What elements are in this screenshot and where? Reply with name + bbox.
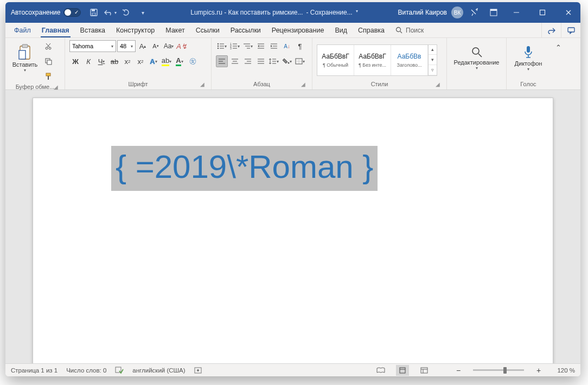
tab-home[interactable]: Главная xyxy=(36,23,75,37)
search-box[interactable]: Поиск xyxy=(390,23,429,37)
group-styles: АаБбВвГ ¶ Обычный АаБбВвГ ¶ Без инте... … xyxy=(312,38,447,89)
user-name[interactable]: Виталий Каиров xyxy=(398,9,447,16)
editing-button[interactable]: Редактирование ▾ xyxy=(451,40,502,76)
macro-button[interactable] xyxy=(194,367,202,374)
group-clipboard: Вставить ▾ Буфер обме...◢ xyxy=(5,38,65,89)
font-name-combo[interactable]: Tahoma▾ xyxy=(69,40,116,52)
bullets-button[interactable]: ▾ xyxy=(216,40,228,52)
maximize-button[interactable] xyxy=(531,2,554,23)
svg-rect-6 xyxy=(540,10,545,15)
styles-launcher[interactable]: ◢ xyxy=(436,81,440,87)
tab-layout[interactable]: Макет xyxy=(160,23,190,37)
save-status: - Сохранение... xyxy=(306,9,352,16)
style-heading1[interactable]: АаБбВв Заголово... xyxy=(391,45,428,75)
ribbon-display-button[interactable] xyxy=(485,2,502,23)
share-button[interactable] xyxy=(541,23,561,37)
font-color-button[interactable]: A▾ xyxy=(174,55,186,67)
word-count[interactable]: Число слов: 0 xyxy=(66,367,106,374)
align-left-button[interactable] xyxy=(216,55,228,67)
document-page[interactable]: { =2019\*Roman } xyxy=(33,98,553,363)
highlight-button[interactable]: ab▾ xyxy=(161,55,172,67)
style-nospacing[interactable]: АаБбВвГ ¶ Без инте... xyxy=(354,45,391,75)
font-size-combo[interactable]: 48▾ xyxy=(117,40,136,52)
redo-button[interactable] xyxy=(119,5,134,20)
comments-button[interactable] xyxy=(561,23,580,37)
autosave-toggle[interactable]: ✓ xyxy=(63,8,81,17)
font-launcher[interactable]: ◢ xyxy=(200,81,204,87)
grow-font-button[interactable]: A▴ xyxy=(137,40,149,52)
microphone-icon xyxy=(523,45,534,59)
gallery-more[interactable]: ▿ xyxy=(429,65,437,75)
paragraph-launcher[interactable]: ◢ xyxy=(301,81,305,87)
decrease-indent-button[interactable] xyxy=(255,40,267,52)
dictate-button[interactable]: Диктофон ▾ xyxy=(513,40,544,76)
print-layout-button[interactable] xyxy=(396,365,409,376)
show-marks-button[interactable]: ¶ xyxy=(294,40,306,52)
minimize-button[interactable] xyxy=(504,2,528,23)
enclose-button[interactable]: ㊛ xyxy=(187,55,199,67)
save-button[interactable] xyxy=(86,5,101,20)
bold-button[interactable]: Ж xyxy=(69,55,81,67)
avatar[interactable]: ВК xyxy=(451,7,463,18)
superscript-button[interactable]: x2 xyxy=(135,55,146,67)
line-spacing-button[interactable]: ▾ xyxy=(268,55,280,67)
style-normal[interactable]: АаБбВвГ ¶ Обычный xyxy=(317,45,354,75)
zoom-level[interactable]: 120 % xyxy=(553,367,575,374)
tab-mailings[interactable]: Рассылки xyxy=(225,23,266,37)
borders-button[interactable]: ▾ xyxy=(294,55,306,67)
collapse-ribbon-button[interactable]: ⌃ xyxy=(552,41,564,53)
coming-soon-button[interactable] xyxy=(465,2,483,23)
format-painter-button[interactable] xyxy=(42,70,54,82)
editing-label: Редактирование xyxy=(454,59,500,66)
shrink-font-button[interactable]: A▾ xyxy=(150,40,162,52)
paragraph-group-label: Абзац xyxy=(253,81,270,87)
clipboard-launcher[interactable]: ◢ xyxy=(54,84,58,90)
qat-customize[interactable]: ▾ xyxy=(135,5,150,20)
gallery-down[interactable]: ▾ xyxy=(429,55,437,65)
align-center-button[interactable] xyxy=(229,55,241,67)
zoom-in-button[interactable]: + xyxy=(533,364,545,376)
text-effects-button[interactable]: A▾ xyxy=(148,55,159,67)
justify-button[interactable] xyxy=(255,55,267,67)
zoom-out-button[interactable]: − xyxy=(452,364,464,376)
strikethrough-button[interactable]: ab xyxy=(108,55,120,67)
tab-view[interactable]: Вид xyxy=(329,23,353,37)
paste-button[interactable]: Вставить ▾ xyxy=(10,40,40,76)
close-button[interactable] xyxy=(557,2,580,23)
check-icon: ✓ xyxy=(74,9,79,15)
increase-indent-button[interactable] xyxy=(268,40,280,52)
cut-button[interactable] xyxy=(42,40,54,52)
spellcheck-button[interactable] xyxy=(115,367,124,374)
tab-file[interactable]: Файл xyxy=(9,23,36,37)
change-case-button[interactable]: Aa▾ xyxy=(163,40,175,52)
numbering-button[interactable]: 123▾ xyxy=(229,40,241,52)
undo-button[interactable]: ▾ xyxy=(103,5,118,20)
document-area[interactable]: { =2019\*Roman } xyxy=(5,90,580,363)
svg-point-16 xyxy=(49,47,51,49)
style-sample: АаБбВвГ xyxy=(322,53,349,60)
sort-button[interactable]: A↓ xyxy=(281,40,293,52)
tab-references[interactable]: Ссылки xyxy=(190,23,225,37)
tab-design[interactable]: Конструктор xyxy=(111,23,160,37)
gallery-up[interactable]: ▴ xyxy=(429,45,437,55)
language-indicator[interactable]: английский (США) xyxy=(132,367,185,374)
tab-review[interactable]: Рецензирование xyxy=(266,23,330,37)
tab-insert[interactable]: Вставка xyxy=(75,23,111,37)
tab-help[interactable]: Справка xyxy=(353,23,390,37)
subscript-button[interactable]: x2 xyxy=(122,55,133,67)
titlebar: Автосохранение ✓ ▾ ▾ Lumpics.ru - Как по… xyxy=(5,2,580,23)
multilevel-button[interactable]: ▾ xyxy=(242,40,254,52)
underline-button[interactable]: Ч▾ xyxy=(95,55,107,67)
zoom-slider[interactable] xyxy=(473,369,524,371)
read-mode-button[interactable] xyxy=(374,365,387,376)
clear-formatting-button[interactable]: A↯ xyxy=(176,40,188,52)
field-code-selection[interactable]: { =2019\*Roman } xyxy=(111,146,378,191)
align-right-button[interactable] xyxy=(242,55,254,67)
document-title: Lumpics.ru - Как поставить римские... xyxy=(190,9,303,16)
web-layout-button[interactable] xyxy=(418,365,431,376)
italic-button[interactable]: К xyxy=(82,55,94,67)
page-indicator[interactable]: Страница 1 из 1 xyxy=(11,367,57,374)
shading-button[interactable]: ▾ xyxy=(281,55,293,67)
zoom-thumb[interactable] xyxy=(503,367,507,374)
copy-button[interactable] xyxy=(42,55,54,67)
